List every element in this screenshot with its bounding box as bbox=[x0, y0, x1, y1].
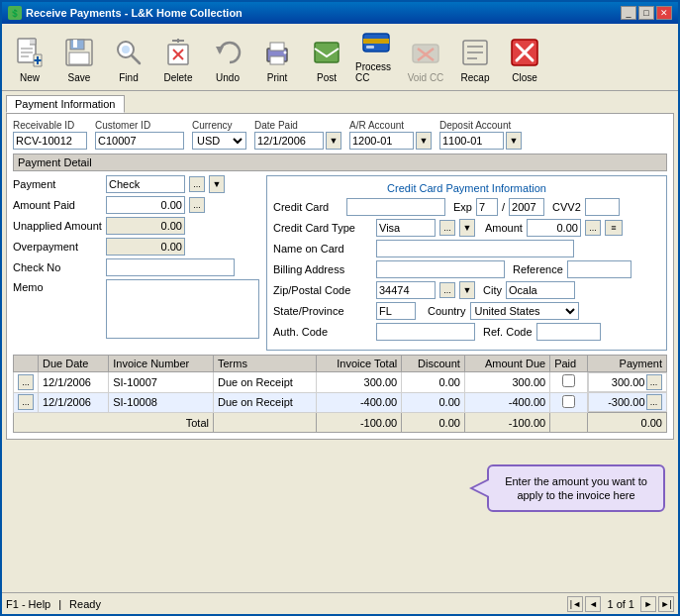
help-text: F1 - Help bbox=[6, 598, 50, 610]
post-icon bbox=[309, 35, 344, 70]
cc-number-label: Credit Card bbox=[273, 201, 342, 213]
ar-account-input[interactable] bbox=[349, 132, 414, 150]
nav-first-button[interactable]: |◄ bbox=[567, 596, 583, 612]
cc-type-input[interactable] bbox=[376, 219, 436, 237]
auth-input[interactable] bbox=[376, 323, 475, 341]
nav-prev-button[interactable]: ◄ bbox=[585, 596, 601, 612]
exp-month-input[interactable] bbox=[476, 198, 498, 216]
amount-paid-input[interactable] bbox=[106, 196, 185, 214]
check-no-input[interactable] bbox=[106, 258, 235, 276]
cc-panel: Credit Card Payment Information Credit C… bbox=[266, 175, 667, 351]
country-select[interactable]: United States bbox=[470, 302, 579, 320]
window-title: Receive Payments - L&K Home Collection bbox=[26, 7, 243, 19]
processcc-button[interactable]: Process CC bbox=[352, 21, 400, 86]
status-right: |◄ ◄ 1 of 1 ► ►| bbox=[567, 596, 674, 612]
name-on-card-row: Name on Card bbox=[273, 240, 660, 257]
new-button[interactable]: New bbox=[6, 32, 53, 86]
ref-code-input[interactable] bbox=[536, 323, 601, 341]
payment-row: Payment ... ▼ bbox=[13, 175, 260, 193]
check-no-label: Check No bbox=[13, 261, 102, 273]
cvv2-input[interactable] bbox=[585, 198, 620, 216]
minimize-button[interactable]: _ bbox=[621, 6, 636, 20]
post-button[interactable]: Post bbox=[303, 32, 350, 86]
close-window-button[interactable]: ✕ bbox=[656, 6, 672, 20]
delete-button[interactable]: Delete bbox=[154, 32, 202, 86]
undo-button[interactable]: Undo bbox=[204, 32, 251, 86]
row1-discount: 0.00 bbox=[402, 372, 465, 393]
ar-account-dropdown[interactable]: ▼ bbox=[416, 132, 432, 150]
auth-row: Auth. Code Ref. Code bbox=[273, 323, 660, 341]
cc-type-ellipsis[interactable]: ... bbox=[439, 220, 455, 236]
grid-footer-row: Total -100.00 0.00 -100.00 0.00 bbox=[14, 413, 667, 433]
billing-input[interactable] bbox=[376, 260, 505, 278]
zip-input[interactable] bbox=[376, 281, 436, 299]
date-paid-input[interactable] bbox=[254, 132, 324, 150]
row2-ellipsis-btn[interactable]: ... bbox=[18, 394, 34, 410]
svg-line-12 bbox=[132, 55, 140, 63]
nav-last-button[interactable]: ►| bbox=[658, 596, 674, 612]
payment-label: Payment bbox=[13, 178, 102, 190]
title-bar: 💲 Receive Payments - L&K Home Collection… bbox=[2, 2, 678, 24]
col-amount-due: Amount Due bbox=[464, 356, 549, 372]
col-due-date: Due Date bbox=[39, 356, 109, 372]
window-controls: _ □ ✕ bbox=[621, 6, 672, 20]
receivable-id-input[interactable] bbox=[13, 132, 87, 150]
cvv2-label: CVV2 bbox=[552, 201, 581, 213]
voidcc-icon bbox=[408, 35, 443, 70]
currency-select[interactable]: USD bbox=[192, 132, 246, 150]
toolbar: New Save Find Delete Und bbox=[2, 24, 678, 91]
zip-ellipsis[interactable]: ... bbox=[439, 282, 455, 298]
date-paid-dropdown[interactable]: ▼ bbox=[326, 132, 341, 150]
date-paid-label: Date Paid bbox=[254, 120, 341, 131]
cc-type-dropdown[interactable]: ▼ bbox=[459, 219, 475, 237]
find-icon bbox=[111, 35, 146, 70]
nav-next-button[interactable]: ► bbox=[640, 596, 656, 612]
memo-textarea[interactable] bbox=[106, 279, 259, 339]
deposit-account-group: Deposit Account ▼ bbox=[439, 120, 522, 150]
deposit-account-input[interactable] bbox=[439, 132, 504, 150]
row2-payment: -300.00 ... bbox=[588, 392, 666, 412]
tab-payment-information[interactable]: Payment Information bbox=[6, 95, 125, 113]
deposit-account-dropdown[interactable]: ▼ bbox=[506, 132, 522, 150]
row1-payment-ellipsis[interactable]: ... bbox=[646, 374, 662, 390]
footer-amount-due: -100.00 bbox=[464, 413, 549, 433]
post-label: Post bbox=[317, 72, 337, 83]
unapplied-row: Unapplied Amount bbox=[13, 217, 260, 235]
billing-label: Billing Address bbox=[273, 263, 372, 275]
zip-dropdown[interactable]: ▼ bbox=[459, 281, 475, 299]
reference-input[interactable] bbox=[567, 260, 631, 278]
row1-ellipsis-btn[interactable]: ... bbox=[18, 374, 34, 390]
amount-paid-ellipsis[interactable]: ... bbox=[189, 197, 205, 213]
cc-number-input[interactable] bbox=[346, 198, 445, 216]
row2-payment-ellipsis[interactable]: ... bbox=[646, 394, 662, 410]
row2-paid-checkbox[interactable] bbox=[562, 395, 575, 408]
recap-button[interactable]: Recap bbox=[451, 32, 499, 86]
currency-group: Currency USD bbox=[192, 120, 246, 150]
cc-amount-input[interactable] bbox=[527, 219, 581, 237]
close-button[interactable]: Close bbox=[501, 32, 548, 86]
payment-input[interactable] bbox=[106, 175, 185, 193]
payment-ellipsis[interactable]: ... bbox=[189, 176, 205, 192]
maximize-button[interactable]: □ bbox=[638, 6, 654, 20]
row1-paid-checkbox[interactable] bbox=[562, 374, 575, 387]
cc-amount-ellipsis[interactable]: ... bbox=[585, 220, 601, 236]
city-input[interactable] bbox=[506, 281, 575, 299]
customer-id-input[interactable] bbox=[95, 132, 184, 150]
exp-year-input[interactable] bbox=[509, 198, 544, 216]
receivable-id-group: Receivable ID bbox=[13, 120, 87, 150]
row2-ellipsis: ... bbox=[14, 392, 39, 413]
invoice-grid: Due Date Invoice Number Terms Invoice To… bbox=[13, 355, 667, 433]
cc-amount-label: Amount bbox=[485, 222, 523, 234]
voidcc-button[interactable]: Void CC bbox=[402, 32, 449, 86]
status-left: F1 - Help | Ready bbox=[6, 598, 101, 610]
print-button[interactable]: Print bbox=[253, 32, 301, 86]
name-on-card-input[interactable] bbox=[376, 240, 574, 257]
ar-account-group: A/R Account ▼ bbox=[349, 120, 432, 150]
check-no-row: Check No bbox=[13, 258, 260, 276]
cc-amount-extra[interactable]: ≡ bbox=[605, 220, 623, 236]
cc-type-label: Credit Card Type bbox=[273, 222, 372, 234]
find-button[interactable]: Find bbox=[105, 32, 152, 86]
payment-dropdown[interactable]: ▼ bbox=[209, 175, 225, 193]
save-button[interactable]: Save bbox=[55, 32, 103, 86]
state-input[interactable] bbox=[376, 302, 416, 320]
